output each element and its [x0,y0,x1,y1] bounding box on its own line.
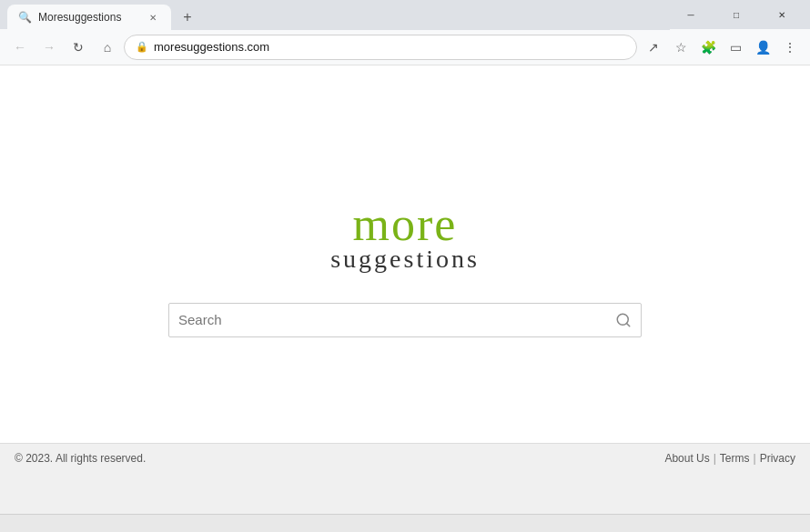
share-button[interactable]: ↗ [641,35,666,60]
logo-more: more [353,201,458,248]
title-bar: 🔍 Moresuggestions ✕ + ─ □ ✕ [0,0,810,29]
status-bar [0,514,810,532]
toolbar-actions: ↗ ☆ 🧩 ▭ 👤 ⋮ [641,35,803,60]
address-text: moresuggestions.com [154,40,269,54]
address-bar[interactable]: 🔒 moresuggestions.com [124,35,637,60]
home-button[interactable]: ⌂ [95,35,120,60]
browser-chrome: 🔍 Moresuggestions ✕ + ─ □ ✕ ← → ↻ ⌂ 🔒 mo… [0,0,810,65]
bookmark-button[interactable]: ☆ [668,35,694,60]
tab-favicon: 🔍 [18,11,31,24]
extensions-button[interactable]: 🧩 [695,35,721,60]
maximize-button[interactable]: □ [715,0,757,29]
window-controls: ─ □ ✕ [670,0,803,29]
minimize-button[interactable]: ─ [670,0,712,29]
forward-button[interactable]: → [36,35,62,60]
separator-2: | [754,452,756,465]
profile-button[interactable]: 👤 [750,35,775,60]
search-input[interactable] [178,312,615,327]
tab-close-button[interactable]: ✕ [146,10,160,25]
logo-container: more suggestions [330,201,480,274]
about-us-link[interactable]: About Us [664,452,709,465]
back-button[interactable]: ← [7,35,33,60]
logo-suggestions: suggestions [330,245,480,274]
copyright-text: © 2023. All rights reserved. [15,452,146,465]
page-content: more suggestions © 2023. All rights rese… [0,65,810,472]
active-tab[interactable]: 🔍 Moresuggestions ✕ [7,5,171,30]
search-bar[interactable] [168,303,642,337]
separator-1: | [714,452,716,465]
tab-title: Moresuggestions [38,11,138,24]
menu-button[interactable]: ⋮ [777,35,803,60]
lock-icon: 🔒 [136,41,148,53]
footer-links: About Us | Terms | Privacy [664,452,795,465]
navigation-toolbar: ← → ↻ ⌂ 🔒 moresuggestions.com ↗ ☆ 🧩 ▭ 👤 … [0,29,810,65]
search-button[interactable] [615,312,632,328]
new-tab-button[interactable]: + [175,5,200,30]
search-icon [615,312,632,328]
sidebar-button[interactable]: ▭ [723,35,748,60]
footer: © 2023. All rights reserved. About Us | … [0,443,810,472]
privacy-link[interactable]: Privacy [760,452,795,465]
terms-link[interactable]: Terms [720,452,750,465]
svg-line-1 [626,323,629,326]
close-button[interactable]: ✕ [761,0,803,29]
refresh-button[interactable]: ↻ [66,35,91,60]
tab-bar: 🔍 Moresuggestions ✕ + [7,0,670,30]
